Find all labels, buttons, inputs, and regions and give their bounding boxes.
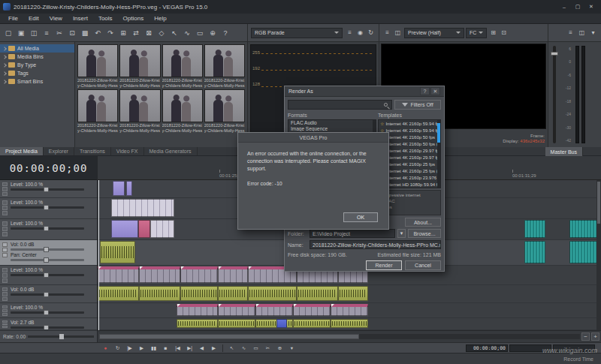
track-header[interactable]: Vol: 0.0 dB xyxy=(0,285,97,303)
whats-this-help-icon[interactable]: ? xyxy=(219,27,231,39)
favorite-star-icon[interactable]: ☆ xyxy=(380,121,384,126)
media-tree-item[interactable]: By Type xyxy=(0,61,74,69)
preview-properties-icon[interactable]: ≡ xyxy=(382,28,392,38)
timeline-clip-pink[interactable] xyxy=(138,220,150,238)
prev-frame-button[interactable]: ◀ xyxy=(196,344,207,353)
track-mute-button[interactable] xyxy=(2,187,8,191)
paste-icon[interactable]: ▩ xyxy=(79,27,91,39)
timeline-clip-teal[interactable] xyxy=(569,220,598,238)
track-solo-button[interactable] xyxy=(2,211,8,215)
auto-ripple-icon[interactable]: ⇄ xyxy=(130,27,142,39)
panel-tab[interactable]: Project Media xyxy=(0,147,44,155)
track-solo-button[interactable] xyxy=(2,192,8,196)
timeline-clip-wave[interactable] xyxy=(180,286,218,301)
timeline-clip-wave[interactable] xyxy=(248,286,297,301)
track-arm-button[interactable] xyxy=(2,200,8,205)
track-header[interactable]: Level: 100.0 % xyxy=(0,219,97,240)
menu-item[interactable]: Insert xyxy=(68,15,93,22)
track-mute-button[interactable] xyxy=(2,248,8,252)
new-project-icon[interactable]: ▢ xyxy=(2,27,14,39)
timeline-clip-vstrip[interactable] xyxy=(255,304,293,316)
timeline-horizontal-scrollbar[interactable] xyxy=(99,334,580,339)
tab-master-bus[interactable]: Master Bus xyxy=(545,147,583,156)
master-properties-icon[interactable]: ≡ xyxy=(566,28,575,38)
track-mute-button[interactable] xyxy=(2,206,8,210)
track-level-slider[interactable] xyxy=(11,188,84,191)
timeline-clip-wave[interactable] xyxy=(293,319,331,328)
dialog-help-button[interactable]: ? xyxy=(420,87,430,95)
zoom-in-button[interactable]: + xyxy=(591,332,599,341)
menu-item[interactable]: Help xyxy=(149,15,171,22)
preview-grid-icon[interactable]: ⊞ xyxy=(488,28,498,38)
panel-tab[interactable]: Media Generators xyxy=(144,147,198,155)
track-header[interactable]: Level: 100.0 % xyxy=(0,180,97,198)
render-button[interactable]: Render xyxy=(366,260,402,270)
dialog-title-bar[interactable]: Render As ? ✕ xyxy=(285,86,444,97)
media-tree-item[interactable]: All Media xyxy=(0,44,74,53)
more-tools-icon[interactable]: ▾ xyxy=(286,344,297,353)
template-item[interactable]: ☆ Internet 4K 2160p 59.94 fps xyxy=(379,120,437,127)
external-monitor-icon[interactable]: ⊡ xyxy=(499,28,509,38)
track-lane[interactable] xyxy=(98,285,601,303)
timeline-clip-wave[interactable] xyxy=(177,319,218,328)
filters-button[interactable]: Filters Off xyxy=(394,100,441,110)
timeline-clip-wave[interactable] xyxy=(297,286,338,301)
media-thumbnail[interactable]: 20181220-Zillow-Kristy-Childers-Molly-He… xyxy=(77,44,118,88)
timeline-clip-vstrip[interactable] xyxy=(331,304,368,316)
scrollbar-thumb[interactable] xyxy=(99,334,359,339)
preview-quality-dropdown[interactable]: Preview (Half) xyxy=(404,28,464,38)
timeline-clip-vstrip[interactable] xyxy=(98,266,139,283)
cancel-button[interactable]: Cancel xyxy=(405,260,441,270)
scrollbar-thumb[interactable] xyxy=(597,182,600,224)
template-search-input[interactable] xyxy=(288,100,392,110)
zoom-out-button[interactable]: − xyxy=(581,332,590,341)
timeline-clip-wave[interactable] xyxy=(98,286,139,301)
menu-item[interactable]: Edit xyxy=(23,15,44,22)
track-pan-slider[interactable] xyxy=(11,259,84,261)
track-solo-button[interactable] xyxy=(2,326,8,328)
undo-icon[interactable]: ↶ xyxy=(92,27,104,39)
track-header[interactable]: Level: 100.0 % xyxy=(0,266,97,285)
save-project-icon[interactable]: ◫ xyxy=(28,27,40,39)
media-tree-item[interactable]: Smart Bins xyxy=(0,77,74,86)
timeline-clip-wave[interactable] xyxy=(218,286,248,301)
format-item[interactable]: Image Sequence xyxy=(288,126,373,132)
dialog-close-button[interactable]: ✕ xyxy=(430,87,440,95)
menu-item[interactable]: Options xyxy=(118,15,149,22)
scrollbar-thumb[interactable] xyxy=(437,123,440,143)
split-screen-view-icon[interactable]: ◫ xyxy=(393,28,403,38)
media-tree-item[interactable]: Tags xyxy=(0,69,74,77)
dim-output-icon[interactable]: ▾ xyxy=(588,28,598,38)
timeline-vertical-scrollbar[interactable] xyxy=(596,180,601,330)
track-mute-button[interactable] xyxy=(2,273,8,278)
ok-button[interactable]: OK xyxy=(343,212,378,222)
lock-envelopes-icon[interactable]: ⊠ xyxy=(143,27,155,39)
downmix-output-icon[interactable]: ◫ xyxy=(577,28,587,38)
selection-tool-icon[interactable]: ▭ xyxy=(250,344,261,353)
scope-snapshot-icon[interactable]: ◉ xyxy=(355,28,365,38)
normal-edit-tool-icon[interactable]: ↖ xyxy=(226,344,237,353)
playhead-cursor[interactable] xyxy=(98,180,99,330)
maximize-button[interactable]: ▢ xyxy=(571,2,584,12)
project-properties-icon[interactable]: ≡ xyxy=(41,27,53,39)
timeline-clip-teal[interactable] xyxy=(569,241,598,263)
open-project-icon[interactable]: ▣ xyxy=(15,27,27,39)
track-mute-button[interactable] xyxy=(2,227,8,231)
track-solo-button[interactable] xyxy=(2,313,8,316)
media-thumbnail[interactable]: 20181220-Zillow-Kristy-Childers-Molly-He… xyxy=(204,44,245,88)
timeline-clip-wave[interactable] xyxy=(218,319,255,328)
timeline-clip-purple[interactable] xyxy=(113,181,125,196)
track-solo-button[interactable] xyxy=(2,278,8,283)
close-button[interactable]: ✕ xyxy=(584,2,598,12)
redo-icon[interactable]: ↷ xyxy=(104,27,116,39)
timeline-clip-lav[interactable] xyxy=(111,199,174,217)
timeline-clip-wave[interactable] xyxy=(100,241,135,263)
timeline-clip-vstrip[interactable] xyxy=(218,304,255,316)
timeline-clip-wave[interactable] xyxy=(139,286,180,301)
track-arm-button[interactable] xyxy=(2,221,8,226)
rate-slider[interactable] xyxy=(28,335,94,338)
play-button[interactable]: ▶ xyxy=(136,344,147,353)
panel-tab[interactable]: Video FX xyxy=(111,147,144,155)
track-header[interactable]: Vol: 2.7 dB xyxy=(0,318,97,330)
timeline-clip-vstrip[interactable] xyxy=(218,266,248,283)
